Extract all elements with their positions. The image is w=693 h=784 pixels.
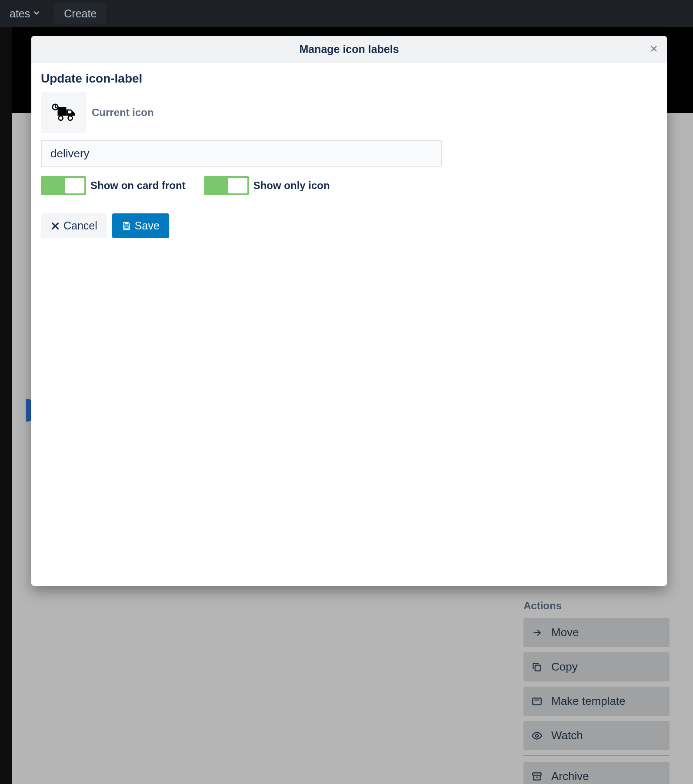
action-archive[interactable]: Archive [523, 762, 670, 784]
action-watch[interactable]: Watch [523, 721, 670, 750]
arrow-right-icon [531, 627, 543, 638]
toggles-row: Show on card front Show only icon [41, 176, 657, 195]
action-move[interactable]: Move [523, 618, 670, 647]
svg-rect-6 [68, 110, 71, 113]
toggle-knob [65, 178, 84, 193]
action-copy[interactable]: Copy [523, 652, 670, 681]
nav-item-label: ates [10, 7, 30, 20]
actions-panel: Actions Move Copy Make template Watch Ar… [523, 600, 670, 784]
create-button[interactable]: Create [54, 3, 106, 24]
svg-point-2 [536, 734, 539, 737]
svg-rect-10 [125, 226, 128, 229]
svg-point-8 [68, 116, 72, 120]
save-icon [122, 221, 131, 231]
toggle-show-on-card-front: Show on card front [41, 176, 186, 195]
template-icon [531, 696, 543, 707]
delivery-truck-icon [51, 103, 77, 122]
svg-rect-1 [533, 698, 541, 704]
toggle-knob [228, 178, 247, 193]
svg-rect-0 [535, 665, 541, 671]
toggle-label: Show only icon [253, 179, 330, 192]
left-dark-strip [0, 27, 12, 784]
action-label: Archive [551, 770, 589, 783]
svg-rect-9 [125, 222, 128, 224]
action-label: Make template [551, 694, 626, 708]
archive-icon [531, 771, 543, 782]
chevron-down-icon [33, 9, 40, 19]
toggle-switch-card-front[interactable] [41, 176, 86, 195]
action-label: Move [551, 626, 579, 639]
svg-rect-5 [57, 107, 66, 116]
copy-icon [531, 661, 543, 673]
top-nav: ates Create [0, 0, 693, 27]
current-icon-row: Current icon [41, 92, 657, 133]
close-icon [649, 43, 659, 54]
manage-icon-labels-modal: Manage icon labels Update icon-label Cur… [31, 36, 667, 586]
action-label: Copy [551, 660, 578, 674]
toggle-switch-only-icon[interactable] [204, 176, 249, 195]
current-icon-preview[interactable] [41, 92, 87, 133]
toggle-show-only-icon: Show only icon [204, 176, 330, 195]
eye-icon [531, 730, 543, 741]
action-make-template[interactable]: Make template [523, 687, 670, 716]
action-label: Watch [551, 729, 583, 742]
current-icon-label: Current icon [92, 106, 154, 119]
button-row: Cancel Save [41, 213, 657, 238]
section-title: Update icon-label [41, 72, 657, 86]
modal-body: Update icon-label Current icon [31, 63, 667, 586]
save-button[interactable]: Save [112, 213, 169, 238]
modal-header: Manage icon labels [31, 36, 667, 63]
button-label: Cancel [63, 219, 97, 232]
icon-label-input[interactable] [41, 140, 442, 167]
svg-rect-3 [533, 773, 541, 775]
close-button[interactable] [649, 43, 659, 56]
divider [523, 755, 670, 756]
close-icon [50, 221, 60, 231]
svg-point-7 [58, 116, 63, 120]
actions-heading: Actions [523, 600, 670, 612]
button-label: Save [135, 219, 160, 232]
cancel-button[interactable]: Cancel [41, 213, 107, 238]
modal-title: Manage icon labels [299, 43, 399, 55]
toggle-label: Show on card front [90, 179, 186, 192]
nav-item-templates[interactable]: ates [4, 3, 46, 24]
